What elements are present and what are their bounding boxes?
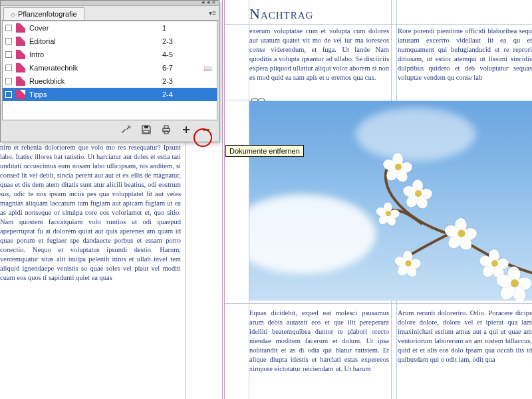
photo-frame[interactable] [249, 101, 532, 301]
document-row[interactable]: Kameratechnik6-7📖 [3, 61, 217, 74]
status-icon: 📖 [198, 65, 217, 72]
svg-rect-3 [144, 130, 149, 133]
panel-toolbar [1, 120, 219, 139]
document-name: Editorial [29, 37, 56, 45]
text-frame[interactable]: Rore porendi pientione officidi blaborib… [398, 27, 532, 96]
svg-rect-7 [203, 129, 209, 131]
row-checkbox[interactable] [5, 38, 12, 45]
close-icon[interactable]: ✕ [209, 0, 217, 5]
document-row[interactable]: Rueckblick2-3 [3, 74, 217, 88]
add-document-icon[interactable] [180, 124, 192, 136]
remove-document-icon[interactable] [200, 124, 212, 136]
document-pages: 6-7 [162, 64, 182, 72]
guide [225, 303, 532, 304]
row-checkbox[interactable] [5, 51, 12, 58]
row-checkbox[interactable] [5, 65, 12, 71]
book-tab[interactable]: Pflanzenfotografie [3, 7, 84, 20]
document-row[interactable]: Intro4-5 [3, 48, 217, 61]
print-book-icon[interactable] [160, 124, 172, 136]
panel-titlebar[interactable]: ◄◄ ✕ [1, 1, 219, 6]
document-row[interactable]: Tipps2-4 [3, 88, 217, 101]
document-pages: 1 [162, 24, 182, 32]
indesign-file-icon [16, 63, 25, 72]
row-checkbox[interactable] [5, 78, 12, 84]
document-name: Intro [29, 51, 44, 59]
document-pages: 2-3 [162, 77, 182, 85]
document-name: Cover [29, 24, 49, 32]
indesign-file-icon [16, 90, 25, 99]
guide [225, 100, 532, 100]
book-tab-label: Pflanzenfotografie [18, 10, 77, 18]
document-pages: 2-3 [162, 37, 182, 45]
document-row[interactable]: Cover1 [3, 21, 217, 35]
text-frame-left[interactable]: nim et rehenia doloriorem que volo mo re… [0, 143, 185, 399]
text-frame[interactable]: Arum rerunti doloreriro. Odio. Poracere … [398, 309, 532, 399]
text-frame[interactable]: exerum voluptatae cum et volupta cum dol… [249, 27, 389, 96]
guide [225, 24, 532, 25]
document-name: Kameratechnik [29, 64, 78, 72]
panel-tabs: Pflanzenfotografie ▾≡ [1, 6, 219, 21]
book-panel: ◄◄ ✕ Pflanzenfotografie ▾≡ Cover1Editori… [0, 0, 219, 142]
page-heading: Nachtrag [249, 5, 313, 23]
panel-menu-icon[interactable]: ▾≡ [209, 9, 216, 17]
indesign-file-icon [16, 37, 25, 46]
document-pages: 2-4 [162, 90, 182, 98]
tooltip: Dokumente entfernen [225, 145, 304, 157]
indesign-file-icon [16, 76, 25, 86]
document-name: Rueckblick [29, 77, 65, 85]
indesign-file-icon [16, 23, 25, 33]
collapse-icon[interactable]: ◄◄ [200, 0, 208, 5]
sync-styles-icon[interactable] [120, 124, 132, 136]
svg-rect-5 [164, 126, 168, 128]
text-frame[interactable]: Equas dicidebit, exped eat molesci psusa… [249, 309, 389, 399]
svg-rect-2 [144, 126, 148, 128]
document-pages: 4-5 [162, 51, 182, 59]
document-name: Tipps [29, 90, 47, 98]
row-checkbox[interactable] [5, 91, 12, 98]
indesign-file-icon [16, 50, 25, 59]
document-row[interactable]: Editorial2-3 [3, 35, 217, 48]
row-checkbox[interactable] [5, 25, 12, 31]
document-list[interactable]: Cover1Editorial2-3Intro4-5Kameratechnik6… [2, 21, 217, 120]
save-book-icon[interactable] [140, 124, 152, 136]
